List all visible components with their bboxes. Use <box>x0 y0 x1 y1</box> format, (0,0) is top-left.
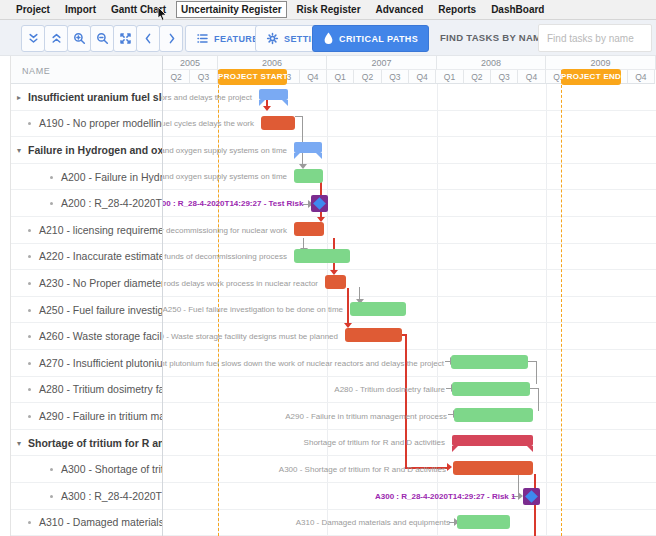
summary-wing-icon <box>527 446 533 452</box>
risk-milestone[interactable] <box>523 488 540 505</box>
task-bar-label: s for decommissioning for nuclear work <box>163 226 287 236</box>
task-name-label: A190 - No proper modelling o <box>39 117 163 129</box>
milestone-diamond-icon <box>525 490 538 503</box>
task-row-a200-failure-in[interactable]: A200 - Failure in Hydroge <box>11 164 162 191</box>
critical-dependency-line <box>347 288 349 324</box>
expand-chevron-icon[interactable]: ▸ <box>17 92 21 101</box>
zoom-out-button[interactable] <box>90 25 114 52</box>
row-gridline <box>163 189 656 190</box>
gantt-panel: BryntumBryntumBryntumBryntumBryntumBrynt… <box>0 56 656 536</box>
task-name-label: A290 - Failure in tritium mana <box>39 410 163 422</box>
task-bar-label: Shortage of tritium for R and D activiti… <box>304 438 445 448</box>
expand-all-button[interactable] <box>44 25 68 52</box>
task-name-label: A260 - Waste storage facility <box>39 330 163 342</box>
risk-milestone[interactable] <box>311 195 328 212</box>
task-bar[interactable] <box>451 355 528 369</box>
project-end-line <box>561 70 562 536</box>
year-header-2008: 2008 <box>437 56 546 70</box>
task-bar-label: nate funds of decommissioning process <box>163 252 287 262</box>
task-name-label: A230 - No Proper diameter of <box>39 277 163 289</box>
task-bar[interactable] <box>454 408 533 422</box>
task-name-label: A300 : R_28-4-2020T14:2 <box>61 490 163 502</box>
year-header-2007: 2007 <box>327 56 437 70</box>
task-row-a300-r-28-4-2020[interactable]: A300 : R_28-4-2020T14:2 <box>11 483 162 510</box>
task-row-a200-r-28-4-2020[interactable]: A200 : R_28-4-2020T14:2 <box>11 190 162 217</box>
task-bar[interactable] <box>457 515 510 529</box>
summary-wing-icon <box>452 446 458 452</box>
task-bar-label: A300 - Shortage of tritium for R and D a… <box>279 465 446 475</box>
task-bar[interactable] <box>261 116 295 130</box>
task-row-insufficient-urani[interactable]: ▸Insufficient uranium fuel slo <box>11 84 162 111</box>
quarter-header: Q4 <box>409 70 436 84</box>
year-gridline <box>546 84 547 536</box>
chevrons-up-icon <box>50 32 63 45</box>
collapse-chevron-icon[interactable]: ▾ <box>17 438 21 447</box>
menu-item-uncertainity-register[interactable]: Uncertainity Register <box>177 2 286 17</box>
task-row-a310-damaged-mat[interactable]: A310 - Damaged materials an <box>11 510 162 536</box>
zoom-in-icon <box>73 32 86 45</box>
task-bullet-icon <box>28 388 31 391</box>
row-gridline <box>163 110 656 111</box>
row-gridline <box>163 455 656 456</box>
task-bar[interactable] <box>294 222 324 236</box>
task-row-a280-tritium-dos[interactable]: A280 - Tritium dosimetry failu <box>11 377 162 404</box>
summary-task-bar[interactable] <box>452 435 533 446</box>
summary-task-bar[interactable] <box>294 142 322 153</box>
year-header-2009: 2009 <box>546 56 656 70</box>
task-bar[interactable] <box>350 302 406 316</box>
menu-item-advanced[interactable]: Advanced <box>372 2 428 17</box>
shift-previous-button[interactable] <box>136 25 160 52</box>
quarter-header: Q4 <box>628 70 655 84</box>
quarter-header: Q1 <box>327 70 354 84</box>
quarter-header: Q3 <box>382 70 409 84</box>
menu-item-risk-register[interactable]: Risk Register <box>293 2 365 17</box>
menu-item-import[interactable]: Import <box>61 2 100 17</box>
task-bar-label: A280 - Tritium dosimetry failure <box>334 385 445 395</box>
dependency-arrow-icon <box>344 323 352 328</box>
task-row-a290-failure-in[interactable]: A290 - Failure in tritium mana <box>11 403 162 430</box>
shift-next-button[interactable] <box>159 25 183 52</box>
task-bar[interactable] <box>294 249 350 263</box>
row-gridline <box>163 243 656 244</box>
task-bar[interactable] <box>453 461 533 475</box>
task-row-a190-no-proper-m[interactable]: A190 - No proper modelling o <box>11 111 162 138</box>
name-column-title: NAME <box>22 66 50 76</box>
menu-item-reports[interactable]: Reports <box>434 2 480 17</box>
task-bar[interactable] <box>345 328 402 342</box>
task-row-a220-inaccurate[interactable]: A220 - Inaccurate estimate fu <box>11 244 162 271</box>
task-bar[interactable] <box>325 275 346 289</box>
task-bar[interactable] <box>452 382 530 396</box>
critical-paths-button[interactable]: CRITICAL PATHS <box>312 25 429 52</box>
zoom-to-fit-button[interactable] <box>113 25 137 52</box>
menu-item-dashboard[interactable]: DashBoard <box>487 2 548 17</box>
row-gridline <box>163 296 656 297</box>
task-name-label: A250 - Fuel failure investigati <box>39 304 163 316</box>
task-row-a300-shortage-of[interactable]: A300 - Shortage of tritium <box>11 456 162 483</box>
collapse-all-button[interactable] <box>21 25 45 52</box>
task-bar[interactable] <box>294 169 323 183</box>
task-name-label: Insufficient uranium fuel slo <box>28 91 163 103</box>
task-row-a210-licensing-r[interactable]: A210 - licensing requirements <box>11 217 162 244</box>
task-row-shortage-of-tritiu[interactable]: ▾Shortage of tritium for R an <box>11 430 162 457</box>
task-row-a260-waste-stora[interactable]: A260 - Waste storage facility <box>11 323 162 350</box>
task-bar-label: en and oxygen supply systems on time <box>163 146 287 156</box>
dependency-line <box>302 116 303 165</box>
collapse-chevron-icon[interactable]: ▾ <box>17 145 21 154</box>
task-row-a270-insufficien[interactable]: A270 - Insufficient plutonium f <box>11 350 162 377</box>
zoom-in-button[interactable] <box>67 25 91 52</box>
fit-icon <box>119 32 132 45</box>
drop-icon <box>323 32 334 45</box>
task-bullet-icon <box>28 282 31 285</box>
summary-task-bar[interactable] <box>259 89 288 100</box>
dependency-line <box>536 361 537 384</box>
task-bullet-icon <box>28 415 31 418</box>
task-row-a230-no-proper-d[interactable]: A230 - No Proper diameter of <box>11 270 162 297</box>
search-input[interactable] <box>538 24 652 52</box>
menu-item-project[interactable]: Project <box>12 2 54 17</box>
task-row-a250-fuel-failur[interactable]: A250 - Fuel failure investigati <box>11 297 162 324</box>
task-bar-label: A290 - Failure in tritium management pro… <box>285 412 447 422</box>
project-start-badge: PROJECT START <box>218 69 287 85</box>
task-name-label: A280 - Tritium dosimetry failu <box>39 383 163 395</box>
task-row-failure-in-hydroge[interactable]: ▾Failure in Hydrogen and oxy <box>11 137 162 164</box>
row-gridline <box>163 349 656 350</box>
